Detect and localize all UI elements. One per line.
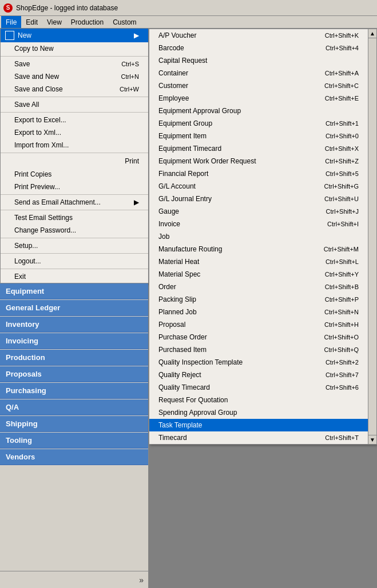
submenu-quality-inspection-template[interactable]: Quality Inspection Template Ctrl+Shift+2 [149, 356, 368, 369]
app-title: ShopEdge - logged into database [16, 4, 118, 12]
submenu-purchase-order[interactable]: Purchase Order Ctrl+Shift+O [149, 331, 368, 343]
submenu-job[interactable]: Job [149, 230, 368, 243]
submenu-customer[interactable]: Customer Ctrl+Shift+C [149, 79, 368, 92]
submenu-gauge[interactable]: Gauge Ctrl+Shift+J [149, 205, 368, 218]
submenu-timecard[interactable]: Timecard Ctrl+Shift+T [149, 431, 368, 444]
submenu-barcode[interactable]: Barcode Ctrl+Shift+4 [149, 42, 368, 54]
submenu-equipment-item[interactable]: Equipment Item Ctrl+Shift+0 [149, 130, 368, 142]
sidebar-nav: Equipment General Ledger Inventory Invoi… [0, 283, 148, 571]
submenu-capital-request[interactable]: Capital Request [149, 54, 368, 67]
submenu-scroll-down[interactable]: ▼ [368, 435, 376, 444]
submenu-financial-report[interactable]: Financial Report Ctrl+Shift+5 [149, 167, 368, 180]
menu-item-change-password[interactable]: Change Password... [1, 224, 148, 237]
sidebar-item-shipping[interactable]: Shipping [0, 416, 148, 432]
submenu-quality-timecard[interactable]: Quality Timecard Ctrl+Shift+6 [149, 381, 368, 394]
submenu-quality-reject[interactable]: Quality Reject Ctrl+Shift+7 [149, 369, 368, 381]
submenu-purchased-item[interactable]: Purchased Item Ctrl+Shift+Q [149, 343, 368, 356]
sidebar-item-inventory[interactable]: Inventory [0, 317, 148, 333]
submenu-material-spec[interactable]: Material Spec Ctrl+Shift+Y [149, 268, 368, 281]
submenu-task-template[interactable]: Task Template [149, 419, 368, 431]
more-arrows[interactable]: » [139, 575, 144, 585]
separator-8 [1, 253, 148, 254]
menu-item-print-copies[interactable]: Print Copies [1, 168, 148, 181]
menu-edit[interactable]: Edit [21, 16, 42, 28]
menu-item-save[interactable]: Save Ctrl+S [1, 58, 148, 70]
menu-item-export-excel[interactable]: Export to Excel... [1, 114, 148, 126]
submenu-packing-slip[interactable]: Packing Slip Ctrl+Shift+P [149, 293, 368, 306]
separator-6 [1, 210, 148, 210]
menu-item-export-xml[interactable]: Export to Xml... [1, 126, 148, 139]
separator-7 [1, 238, 148, 238]
submenu-proposal[interactable]: Proposal Ctrl+Shift+H [149, 318, 368, 331]
menu-production[interactable]: Production [66, 16, 108, 28]
separator-2 [1, 97, 148, 97]
sidebar-item-invoicing[interactable]: Invoicing [0, 333, 148, 349]
sidebar-item-general-ledger[interactable]: General Ledger [0, 300, 148, 316]
menu-item-import-xml[interactable]: Import from Xml... [1, 139, 148, 151]
sidebar-footer: » [0, 571, 148, 588]
sidebar-item-vendors[interactable]: Vendors [0, 449, 148, 465]
sidebar-item-qa[interactable]: Q/A [0, 399, 148, 415]
menu-item-save-and-close[interactable]: Save and Close Ctrl+W [1, 83, 148, 95]
new-submenu: A/P Voucher Ctrl+Shift+K Barcode Ctrl+Sh… [149, 29, 377, 445]
submenu-arrow-new: ▶ [134, 31, 139, 39]
left-panel: New ▶ Copy to New Save Ctrl+S Save and N… [0, 29, 149, 588]
submenu-arrow-email: ▶ [134, 198, 139, 206]
submenu-request-for-quotation[interactable]: Request For Quotation [149, 394, 368, 406]
sidebar-item-production[interactable]: Production [0, 350, 148, 366]
menu-item-save-all[interactable]: Save All [1, 98, 148, 111]
menu-custom[interactable]: Custom [108, 16, 141, 28]
app-icon: S [3, 3, 13, 13]
print-icon [5, 157, 14, 166]
menu-item-logout[interactable]: Logout... [1, 255, 148, 267]
submenu-material-heat[interactable]: Material Heat Ctrl+Shift+L [149, 255, 368, 268]
submenu-container[interactable]: Container Ctrl+Shift+A [149, 67, 368, 79]
submenu-scroll-up[interactable]: ▲ [368, 29, 376, 38]
menu-bar: File Edit View Production Custom [0, 16, 377, 29]
submenu-gl-account[interactable]: G/L Account Ctrl+Shift+G [149, 180, 368, 193]
sidebar-item-equipment[interactable]: Equipment [0, 283, 148, 299]
separator-1 [1, 56, 148, 57]
menu-item-setup[interactable]: Setup... [1, 239, 148, 252]
menu-item-save-and-new[interactable]: Save and New Ctrl+N [1, 70, 148, 83]
menu-item-print[interactable]: Print [1, 154, 148, 168]
menu-item-copy-to-new[interactable]: Copy to New [1, 42, 148, 55]
submenu-manufacture-routing[interactable]: Manufacture Routing Ctrl+Shift+M [149, 243, 368, 255]
submenu-ap-voucher[interactable]: A/P Voucher Ctrl+Shift+K [149, 29, 368, 42]
sidebar-item-purchasing[interactable]: Purchasing [0, 383, 148, 399]
submenu-equipment-work-order-request[interactable]: Equipment Work Order Request Ctrl+Shift+… [149, 155, 368, 167]
separator-5 [1, 194, 148, 195]
menu-file[interactable]: File [1, 16, 21, 28]
submenu-scrollbar: ▲ ▼ [368, 29, 376, 444]
sidebar-item-tooling[interactable]: Tooling [0, 433, 148, 449]
submenu-spending-approval-group[interactable]: Spending Approval Group [149, 406, 368, 419]
menu-item-test-email[interactable]: Test Email Settings [1, 211, 148, 224]
submenu-equipment-group[interactable]: Equipment Group Ctrl+Shift+1 [149, 117, 368, 130]
menu-item-print-preview[interactable]: Print Preview... [1, 181, 148, 193]
separator-3 [1, 112, 148, 113]
submenu-equipment-timecard[interactable]: Equipment Timecard Ctrl+Shift+X [149, 142, 368, 155]
submenu-invoice[interactable]: Invoice Ctrl+Shift+I [149, 218, 368, 230]
separator-9 [1, 269, 148, 269]
title-bar: S ShopEdge - logged into database [0, 0, 377, 16]
menu-item-send-email[interactable]: Send as Email Attachment... ▶ [1, 196, 148, 209]
menu-view[interactable]: View [42, 16, 66, 28]
file-dropdown-menu: New ▶ Copy to New Save Ctrl+S Save and N… [0, 29, 149, 283]
sidebar-item-proposals[interactable]: Proposals [0, 366, 148, 382]
submenu-employee[interactable]: Employee Ctrl+Shift+E [149, 92, 368, 105]
submenu-gl-journal-entry[interactable]: G/L Journal Entry Ctrl+Shift+U [149, 193, 368, 205]
separator-4 [1, 153, 148, 153]
submenu-equipment-approval-group[interactable]: Equipment Approval Group [149, 105, 368, 117]
main-area: New ▶ Copy to New Save Ctrl+S Save and N… [0, 29, 377, 588]
submenu-planned-job[interactable]: Planned Job Ctrl+Shift+N [149, 306, 368, 318]
submenu-order[interactable]: Order Ctrl+Shift+B [149, 281, 368, 293]
menu-item-exit[interactable]: Exit [1, 270, 148, 283]
menu-item-new[interactable]: New ▶ [1, 29, 148, 42]
new-icon [5, 31, 14, 40]
